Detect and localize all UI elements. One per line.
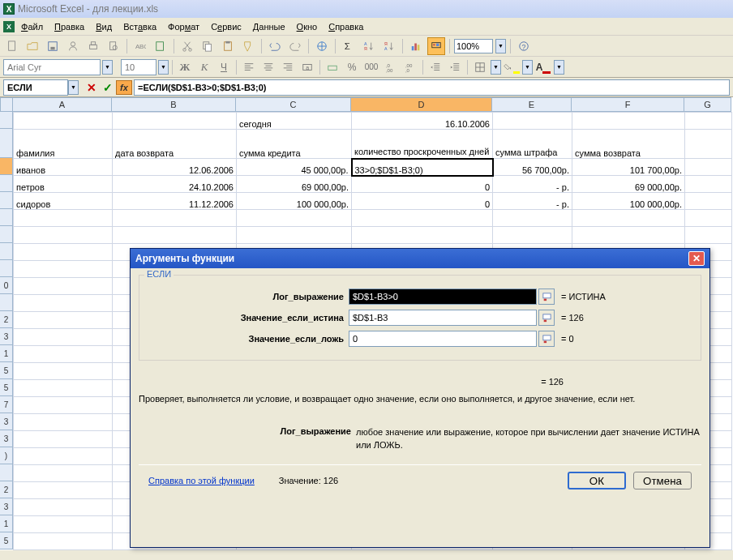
menu-tools[interactable]: Сервис (206, 20, 246, 33)
fill-dropdown-icon[interactable]: ▼ (522, 60, 533, 75)
underline-icon[interactable]: Ч (215, 58, 233, 76)
confirm-formula-icon[interactable]: ✓ (101, 80, 115, 95)
redo-icon[interactable] (286, 37, 304, 55)
row-header[interactable]: 1 (0, 515, 13, 532)
formula-input[interactable]: =ЕСЛИ($D$1-B3>0;$D$1-B3;0) (134, 79, 730, 96)
row-header[interactable]: 2 (0, 311, 13, 328)
row-header[interactable] (0, 129, 13, 158)
research-icon[interactable] (152, 37, 169, 55)
fontcolor-dropdown-icon[interactable]: ▼ (554, 60, 564, 75)
row-header[interactable] (0, 226, 13, 243)
row-header[interactable] (0, 112, 13, 129)
sort-asc-icon[interactable]: АЯ (360, 37, 378, 55)
borders-icon[interactable] (471, 58, 489, 76)
format-painter-icon[interactable] (239, 37, 257, 55)
align-center-icon[interactable] (259, 58, 277, 76)
row-header[interactable]: 1 (0, 345, 13, 362)
collapse-dialog-icon[interactable] (538, 289, 555, 305)
row-header[interactable]: 2 (0, 481, 13, 498)
row-header[interactable]: 3 (0, 498, 13, 515)
percent-icon[interactable]: % (343, 58, 361, 76)
close-icon[interactable]: ✕ (688, 251, 705, 266)
font-size-select[interactable]: 10 (121, 59, 156, 75)
row-header[interactable]: 5 (0, 379, 13, 396)
row-header[interactable] (0, 260, 13, 277)
chart-icon[interactable] (407, 37, 425, 55)
name-box[interactable]: ЕСЛИ (3, 79, 68, 96)
menu-window[interactable]: Окно (292, 20, 323, 33)
collapse-dialog-icon[interactable] (538, 331, 555, 347)
row-header[interactable] (0, 464, 13, 481)
select-all-corner[interactable] (0, 97, 13, 112)
merge-center-icon[interactable]: a (298, 58, 316, 76)
row-header[interactable]: 3 (0, 430, 13, 447)
paste-icon[interactable] (219, 37, 237, 55)
new-icon[interactable] (3, 37, 21, 55)
row-header[interactable] (0, 243, 13, 260)
cut-icon[interactable] (178, 37, 196, 55)
row-header[interactable] (0, 158, 13, 175)
preview-icon[interactable] (105, 37, 122, 55)
menu-edit[interactable]: Правка (49, 20, 89, 33)
column-header[interactable]: G (684, 97, 731, 112)
sort-desc-icon[interactable]: ЯА (380, 37, 398, 55)
column-header[interactable]: E (492, 97, 572, 112)
arg2-input[interactable] (349, 310, 537, 326)
menu-insert[interactable]: Вставка (118, 20, 161, 33)
zoom-select[interactable]: 100% (454, 39, 493, 53)
row-header[interactable]: 3 (0, 328, 13, 345)
borders-dropdown-icon[interactable]: ▼ (491, 60, 501, 75)
collapse-dialog-icon[interactable] (538, 310, 555, 326)
menu-file[interactable]: Файл (16, 20, 48, 33)
row-header[interactable]: 0 (0, 277, 13, 294)
arg1-input[interactable] (349, 289, 537, 305)
column-header[interactable]: A (13, 97, 112, 112)
save-icon[interactable] (44, 37, 62, 55)
row-header[interactable]: 5 (0, 362, 13, 379)
column-header[interactable]: C (236, 97, 351, 112)
zoom-dropdown-icon[interactable]: ▼ (495, 39, 506, 53)
help-link[interactable]: Справка по этой функции (148, 476, 255, 485)
decrease-indent-icon[interactable] (427, 58, 444, 76)
cancel-formula-icon[interactable]: ✕ (84, 80, 99, 95)
row-header[interactable]: 5 (0, 532, 13, 549)
cancel-button[interactable]: Отмена (633, 472, 692, 489)
bold-icon[interactable]: Ж (176, 58, 194, 76)
drawing-icon[interactable] (427, 37, 445, 55)
menu-help[interactable]: Справка (324, 20, 368, 33)
autosum-icon[interactable]: Σ (340, 37, 358, 55)
row-header[interactable]: ) (0, 447, 13, 464)
row-header[interactable] (0, 192, 13, 209)
copy-icon[interactable] (199, 37, 216, 55)
size-dropdown-icon[interactable]: ▼ (158, 60, 169, 75)
increase-decimal-icon[interactable]: ,0,00 (382, 58, 400, 76)
font-select[interactable]: Arial Cyr (3, 59, 101, 75)
align-left-icon[interactable] (240, 58, 258, 76)
print-icon[interactable] (84, 37, 102, 55)
comma-icon[interactable]: 000 (362, 58, 380, 76)
ok-button[interactable]: ОК (568, 472, 626, 489)
menu-data[interactable]: Данные (248, 20, 290, 33)
increase-indent-icon[interactable] (446, 58, 464, 76)
italic-icon[interactable]: К (195, 58, 213, 76)
namebox-dropdown-icon[interactable]: ▼ (68, 80, 79, 95)
decrease-decimal-icon[interactable]: ,00,0 (401, 58, 419, 76)
spelling-icon[interactable]: ABC (131, 37, 149, 55)
help-icon[interactable]: ? (515, 37, 533, 55)
dialog-title-bar[interactable]: Аргументы функции ✕ (131, 249, 709, 268)
hyperlink-icon[interactable] (313, 37, 331, 55)
undo-icon[interactable] (266, 37, 284, 55)
row-header[interactable] (0, 175, 13, 192)
menu-view[interactable]: Вид (91, 20, 117, 33)
menu-format[interactable]: Формат (163, 20, 204, 33)
row-header[interactable] (0, 294, 13, 311)
open-icon[interactable] (24, 37, 41, 55)
column-header[interactable]: D (351, 97, 492, 112)
font-dropdown-icon[interactable]: ▼ (102, 60, 113, 75)
row-header[interactable] (0, 209, 13, 226)
permission-icon[interactable] (64, 37, 82, 55)
fill-color-icon[interactable] (503, 58, 521, 76)
column-header[interactable]: F (572, 97, 684, 112)
row-header[interactable]: 3 (0, 413, 13, 430)
align-right-icon[interactable] (279, 58, 297, 76)
